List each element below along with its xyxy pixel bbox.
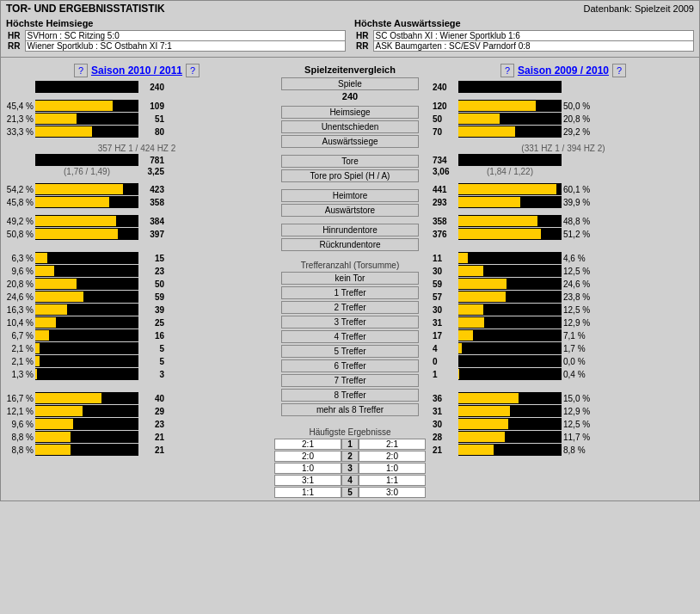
auswaertstore-btn[interactable]: Auswärtstore <box>281 204 419 217</box>
right-haeufig-bar-4 <box>458 444 562 456</box>
heimsiege-btn[interactable]: Heimsiege <box>281 106 419 119</box>
right-treffer-bar-7 <box>458 342 562 354</box>
right-auswaertstore-pct: 39,9 % <box>562 198 593 207</box>
right-help-btn-2[interactable]: ? <box>612 64 626 77</box>
haeufigste-label: Häufigste Ergebnisse <box>309 427 390 437</box>
left-heimtore-num: 423 <box>138 185 166 194</box>
hr-label: HR <box>6 31 25 41</box>
left-win-row-1: 21,3 % 51 <box>4 113 269 125</box>
right-treffer-bar-2 <box>458 278 562 290</box>
spiele-btn[interactable]: Spiele <box>281 77 419 90</box>
left-auswaertstore-bar <box>35 196 138 208</box>
kein-tor-btn[interactable]: kein Tor <box>281 272 419 285</box>
mehr-btn[interactable]: mehr als 8 Treffer <box>281 403 419 416</box>
left-haeufig-row-2: 9,6 % 23 <box>4 418 269 430</box>
right-rueckrunde-num: 376 <box>431 230 458 239</box>
left-haeufig-bar-0 <box>35 392 138 404</box>
auswaertssiege-btn[interactable]: Auswärtssiege <box>281 135 419 148</box>
treffer5-btn[interactable]: 5 Treffer <box>281 345 419 358</box>
left-tore-per-game-row: (1,76 / 1,49) 3,25 <box>4 167 269 176</box>
left-tore-num: 781 <box>138 156 166 165</box>
left-total-bar <box>35 81 138 93</box>
left-treffer-bar-1 <box>35 265 138 277</box>
right-treffer-row-3: 57 23,8 % <box>431 291 696 303</box>
right-win-rows: 120 50,0 % 50 20,8 % 70 29,2 % <box>431 100 696 138</box>
left-rueckrunde-row: 50,8 % 397 <box>4 228 269 240</box>
left-help-btn-1[interactable]: ? <box>74 64 88 77</box>
right-tore-per-game: 3,06 <box>431 167 458 176</box>
right-win-row-2: 70 29,2 % <box>431 126 696 138</box>
right-treffer-row-7: 4 1,7 % <box>431 342 696 354</box>
left-total-row: 240 <box>4 81 269 93</box>
left-auswaertstore-pct: 45,8 % <box>4 198 35 207</box>
right-hinrunde-pct: 48,8 % <box>562 217 593 226</box>
left-haeufig-row-4: 8,8 % 21 <box>4 444 269 456</box>
right-treffer-bar-9 <box>458 368 562 380</box>
treffer6-btn[interactable]: 6 Treffer <box>281 359 419 372</box>
unentschieden-btn[interactable]: Unentschieden <box>281 120 419 133</box>
right-rueckrunde-bar <box>458 228 562 240</box>
left-treffer-rows: 6,3 % 15 9,6 % 23 20,8 % 50 24,6 % 59 16 <box>4 252 269 380</box>
home-records: Höchste Heimsiege HR SVHorn : SC Ritzing… <box>6 18 346 52</box>
right-treffer-row-9: 1 0,4 % <box>431 368 696 380</box>
right-help-btn-1[interactable]: ? <box>500 64 514 77</box>
hinrunde-btn[interactable]: Hinrundentore <box>281 224 419 236</box>
center-result-row-2: 1:0 3 1:0 <box>274 463 426 474</box>
page-title: TOR- UND ERGEBNISSTATISTIK <box>6 3 165 15</box>
right-haeufig-row-3: 28 11,7 % <box>431 431 696 443</box>
left-hinrunde-num: 384 <box>138 217 166 226</box>
left-treffer-bar-5 <box>35 316 138 328</box>
left-treffer-bar-2 <box>35 278 138 290</box>
right-treffer-row-1: 30 12,5 % <box>431 265 696 277</box>
treffer1-btn[interactable]: 1 Treffer <box>281 286 419 299</box>
left-treffer-bar-8 <box>35 355 138 367</box>
treffer4-btn[interactable]: 4 Treffer <box>281 330 419 343</box>
right-tore-num: 734 <box>431 156 458 165</box>
right-treffer-row-2: 59 24,6 % <box>431 278 696 290</box>
left-treffer-row-7: 2,1 % 5 <box>4 342 269 354</box>
left-hinrunde-pct: 49,2 % <box>4 217 35 226</box>
away-records: Höchste Auswärtssiege HR SC Ostbahn XI :… <box>354 18 694 52</box>
left-auswaertstore-row: 45,8 % 358 <box>4 196 269 208</box>
left-win-row-2: 33,3 % 80 <box>4 126 269 138</box>
right-treffer-bar-0 <box>458 252 562 264</box>
center-total: 240 <box>274 91 426 101</box>
left-help-btn-2[interactable]: ? <box>186 64 200 77</box>
left-treffer-row-3: 24,6 % 59 <box>4 291 269 303</box>
center-result-row-0: 2:1 1 2:1 <box>274 439 426 450</box>
right-win-bar-2 <box>458 126 562 138</box>
left-haeufig-bar-2 <box>35 418 138 430</box>
tore-pro-spiel-btn[interactable]: Tore pro Spiel (H / A) <box>281 169 419 182</box>
right-tore-per-game-row: 3,06 (1,84 / 1,22) <box>431 167 696 176</box>
left-season-title[interactable]: Saison 2010 / 2011 <box>91 64 182 77</box>
heimtore-btn[interactable]: Heimtore <box>281 189 419 202</box>
left-rueckrunde-pct: 50,8 % <box>4 230 35 239</box>
left-auswaertstore-num: 358 <box>138 198 166 207</box>
right-season-title[interactable]: Saison 2009 / 2010 <box>518 64 609 77</box>
treffer2-btn[interactable]: 2 Treffer <box>281 301 419 314</box>
right-haeufig-bar-3 <box>458 431 562 443</box>
left-treffer-bar-4 <box>35 304 138 316</box>
rueckrunde-btn[interactable]: Rückrundentore <box>281 238 419 251</box>
right-auswaertstore-bar <box>458 196 562 208</box>
right-heimtore-row: 441 60,1 % <box>431 183 696 195</box>
right-treffer-bar-8 <box>458 355 562 367</box>
left-haeufig-bar-4 <box>35 444 138 456</box>
right-haeufig-row-0: 36 15,0 % <box>431 392 696 404</box>
right-hinrunde-num: 358 <box>431 217 458 226</box>
right-column: ? Saison 2009 / 2010 ? 240 120 50,0 % 50 <box>427 59 699 500</box>
right-treffer-row-5: 31 12,9 % <box>431 316 696 328</box>
center-result-row-1: 2:0 2 2:0 <box>274 451 426 462</box>
tore-btn[interactable]: Tore <box>281 155 419 168</box>
treffer3-btn[interactable]: 3 Treffer <box>281 316 419 328</box>
treffer8-btn[interactable]: 8 Treffer <box>281 389 419 402</box>
left-treffer-row-2: 20,8 % 50 <box>4 278 269 290</box>
treffer7-btn[interactable]: 7 Treffer <box>281 374 419 387</box>
right-season-header: ? Saison 2009 / 2010 ? <box>431 61 696 80</box>
right-treffer-bar-3 <box>458 291 562 303</box>
right-auswaertstore-num: 293 <box>431 198 458 207</box>
right-haeufig-bar-1 <box>458 405 562 417</box>
right-treffer-rows: 11 4,6 % 30 12,5 % 59 24,6 % 57 23,8 % 3 <box>431 252 696 380</box>
right-heimtore-pct: 60,1 % <box>562 185 593 194</box>
right-haeufig-bar-0 <box>458 392 562 404</box>
